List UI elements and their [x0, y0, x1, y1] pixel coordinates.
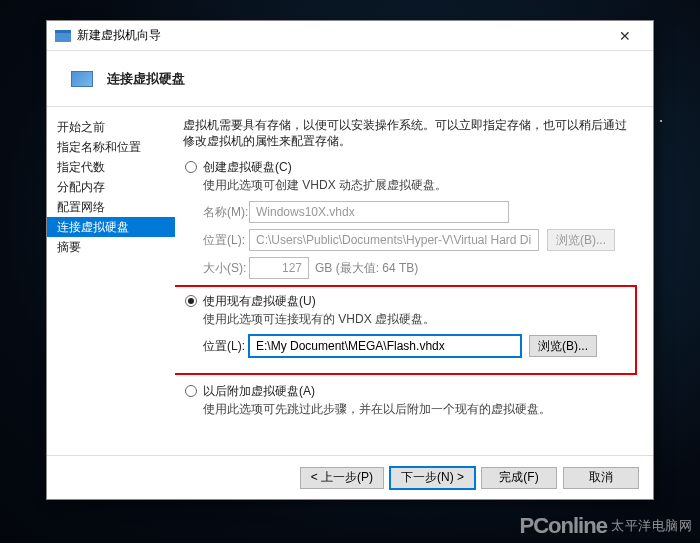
sidebar-item-summary[interactable]: 摘要	[47, 237, 175, 257]
radio-create-vhd[interactable]	[185, 161, 197, 173]
app-icon	[55, 28, 71, 44]
page-header: 连接虚拟硬盘	[47, 51, 653, 107]
use-location-input[interactable]	[249, 335, 521, 357]
radio-use-existing-vhd[interactable]	[185, 295, 197, 307]
sidebar-item-generation[interactable]: 指定代数	[47, 157, 175, 177]
next-button[interactable]: 下一步(N) >	[390, 467, 475, 489]
step-sidebar: 开始之前 指定名称和位置 指定代数 分配内存 配置网络 连接虚拟硬盘 摘要	[47, 107, 175, 455]
radio-create-label: 创建虚拟硬盘(C)	[203, 159, 292, 175]
sidebar-item-network[interactable]: 配置网络	[47, 197, 175, 217]
radio-later-label: 以后附加虚拟硬盘(A)	[203, 383, 315, 399]
use-location-label: 位置(L):	[203, 338, 249, 355]
wizard-dialog: 新建虚拟机向导 ✕ 连接虚拟硬盘 开始之前 指定名称和位置 指定代数 分配内存 …	[46, 20, 654, 500]
finish-button[interactable]: 完成(F)	[481, 467, 557, 489]
create-desc: 使用此选项可创建 VHDX 动态扩展虚拟硬盘。	[203, 177, 637, 193]
titlebar: 新建虚拟机向导 ✕	[47, 21, 653, 51]
size-input	[249, 257, 309, 279]
back-button[interactable]: < 上一步(P)	[300, 467, 384, 489]
name-field-label: 名称(M):	[203, 204, 249, 221]
size-unit: GB (最大值: 64 TB)	[315, 260, 418, 277]
location-input	[249, 229, 539, 251]
use-desc: 使用此选项可连接现有的 VHDX 虚拟硬盘。	[203, 311, 625, 327]
watermark-brand: PConline	[520, 513, 607, 538]
browse-create-button: 浏览(B)...	[547, 229, 615, 251]
name-input	[249, 201, 509, 223]
radio-attach-later[interactable]	[185, 385, 197, 397]
svg-rect-1	[55, 30, 71, 33]
header-icon	[71, 71, 93, 87]
page-title: 连接虚拟硬盘	[107, 70, 185, 88]
location-field-label: 位置(L):	[203, 232, 249, 249]
content-pane: 虚拟机需要具有存储，以便可以安装操作系统。可以立即指定存储，也可以稍后通过修改虚…	[175, 107, 653, 455]
later-desc: 使用此选项可先跳过此步骤，并在以后附加一个现有的虚拟硬盘。	[203, 401, 637, 417]
window-title: 新建虚拟机向导	[77, 27, 605, 44]
page-description: 虚拟机需要具有存储，以便可以安装操作系统。可以立即指定存储，也可以稍后通过修改虚…	[183, 117, 637, 149]
sidebar-item-memory[interactable]: 分配内存	[47, 177, 175, 197]
radio-use-label: 使用现有虚拟硬盘(U)	[203, 293, 316, 309]
browse-use-button[interactable]: 浏览(B)...	[529, 335, 597, 357]
sidebar-item-name-location[interactable]: 指定名称和位置	[47, 137, 175, 157]
watermark-sub: 太平洋电脑网	[611, 518, 692, 533]
cancel-button[interactable]: 取消	[563, 467, 639, 489]
highlighted-option: 使用现有虚拟硬盘(U) 使用此选项可连接现有的 VHDX 虚拟硬盘。 位置(L)…	[175, 285, 637, 375]
sidebar-item-before-begin[interactable]: 开始之前	[47, 117, 175, 137]
size-field-label: 大小(S):	[203, 260, 249, 277]
close-button[interactable]: ✕	[605, 28, 645, 44]
footer-buttons: < 上一步(P) 下一步(N) > 完成(F) 取消	[47, 455, 653, 499]
watermark: PConline 太平洋电脑网	[520, 513, 692, 539]
sidebar-item-connect-vhd[interactable]: 连接虚拟硬盘	[47, 217, 175, 237]
